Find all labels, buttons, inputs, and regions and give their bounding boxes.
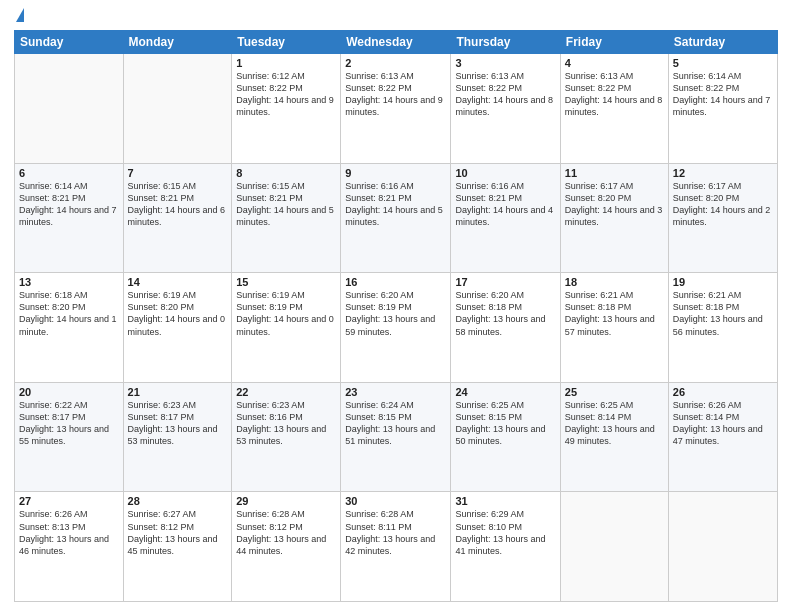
calendar-cell: 21Sunrise: 6:23 AM Sunset: 8:17 PM Dayli… — [123, 382, 232, 492]
day-content: Sunrise: 6:19 AM Sunset: 8:19 PM Dayligh… — [236, 289, 336, 338]
day-content: Sunrise: 6:22 AM Sunset: 8:17 PM Dayligh… — [19, 399, 119, 448]
day-content: Sunrise: 6:14 AM Sunset: 8:22 PM Dayligh… — [673, 70, 773, 119]
day-content: Sunrise: 6:25 AM Sunset: 8:14 PM Dayligh… — [565, 399, 664, 448]
day-number: 20 — [19, 386, 119, 398]
day-content: Sunrise: 6:23 AM Sunset: 8:16 PM Dayligh… — [236, 399, 336, 448]
day-content: Sunrise: 6:19 AM Sunset: 8:20 PM Dayligh… — [128, 289, 228, 338]
calendar-cell: 20Sunrise: 6:22 AM Sunset: 8:17 PM Dayli… — [15, 382, 124, 492]
day-number: 14 — [128, 276, 228, 288]
calendar-cell: 24Sunrise: 6:25 AM Sunset: 8:15 PM Dayli… — [451, 382, 560, 492]
day-number: 18 — [565, 276, 664, 288]
calendar-week-4: 20Sunrise: 6:22 AM Sunset: 8:17 PM Dayli… — [15, 382, 778, 492]
day-number: 22 — [236, 386, 336, 398]
calendar-cell — [15, 54, 124, 164]
day-content: Sunrise: 6:21 AM Sunset: 8:18 PM Dayligh… — [673, 289, 773, 338]
day-number: 7 — [128, 167, 228, 179]
day-content: Sunrise: 6:15 AM Sunset: 8:21 PM Dayligh… — [128, 180, 228, 229]
day-content: Sunrise: 6:17 AM Sunset: 8:20 PM Dayligh… — [565, 180, 664, 229]
day-number: 26 — [673, 386, 773, 398]
day-content: Sunrise: 6:26 AM Sunset: 8:13 PM Dayligh… — [19, 508, 119, 557]
day-number: 16 — [345, 276, 446, 288]
day-content: Sunrise: 6:13 AM Sunset: 8:22 PM Dayligh… — [565, 70, 664, 119]
day-content: Sunrise: 6:26 AM Sunset: 8:14 PM Dayligh… — [673, 399, 773, 448]
day-content: Sunrise: 6:15 AM Sunset: 8:21 PM Dayligh… — [236, 180, 336, 229]
calendar-cell: 14Sunrise: 6:19 AM Sunset: 8:20 PM Dayli… — [123, 273, 232, 383]
day-number: 10 — [455, 167, 555, 179]
day-number: 11 — [565, 167, 664, 179]
day-content: Sunrise: 6:21 AM Sunset: 8:18 PM Dayligh… — [565, 289, 664, 338]
day-number: 1 — [236, 57, 336, 69]
day-content: Sunrise: 6:16 AM Sunset: 8:21 PM Dayligh… — [455, 180, 555, 229]
day-number: 9 — [345, 167, 446, 179]
day-content: Sunrise: 6:20 AM Sunset: 8:18 PM Dayligh… — [455, 289, 555, 338]
day-number: 23 — [345, 386, 446, 398]
day-content: Sunrise: 6:24 AM Sunset: 8:15 PM Dayligh… — [345, 399, 446, 448]
weekday-header-monday: Monday — [123, 31, 232, 54]
calendar-cell: 10Sunrise: 6:16 AM Sunset: 8:21 PM Dayli… — [451, 163, 560, 273]
weekday-header-friday: Friday — [560, 31, 668, 54]
day-number: 17 — [455, 276, 555, 288]
day-content: Sunrise: 6:17 AM Sunset: 8:20 PM Dayligh… — [673, 180, 773, 229]
day-number: 5 — [673, 57, 773, 69]
day-content: Sunrise: 6:23 AM Sunset: 8:17 PM Dayligh… — [128, 399, 228, 448]
day-number: 30 — [345, 495, 446, 507]
day-content: Sunrise: 6:20 AM Sunset: 8:19 PM Dayligh… — [345, 289, 446, 338]
calendar-week-3: 13Sunrise: 6:18 AM Sunset: 8:20 PM Dayli… — [15, 273, 778, 383]
day-content: Sunrise: 6:13 AM Sunset: 8:22 PM Dayligh… — [345, 70, 446, 119]
calendar-cell: 3Sunrise: 6:13 AM Sunset: 8:22 PM Daylig… — [451, 54, 560, 164]
day-number: 6 — [19, 167, 119, 179]
day-number: 28 — [128, 495, 228, 507]
day-content: Sunrise: 6:18 AM Sunset: 8:20 PM Dayligh… — [19, 289, 119, 338]
logo — [14, 10, 24, 24]
calendar-cell — [560, 492, 668, 602]
calendar: SundayMondayTuesdayWednesdayThursdayFrid… — [14, 30, 778, 602]
calendar-cell: 13Sunrise: 6:18 AM Sunset: 8:20 PM Dayli… — [15, 273, 124, 383]
calendar-cell: 2Sunrise: 6:13 AM Sunset: 8:22 PM Daylig… — [341, 54, 451, 164]
calendar-cell: 9Sunrise: 6:16 AM Sunset: 8:21 PM Daylig… — [341, 163, 451, 273]
day-number: 2 — [345, 57, 446, 69]
day-number: 3 — [455, 57, 555, 69]
calendar-cell: 23Sunrise: 6:24 AM Sunset: 8:15 PM Dayli… — [341, 382, 451, 492]
weekday-header-wednesday: Wednesday — [341, 31, 451, 54]
day-content: Sunrise: 6:13 AM Sunset: 8:22 PM Dayligh… — [455, 70, 555, 119]
calendar-week-5: 27Sunrise: 6:26 AM Sunset: 8:13 PM Dayli… — [15, 492, 778, 602]
day-number: 21 — [128, 386, 228, 398]
day-content: Sunrise: 6:14 AM Sunset: 8:21 PM Dayligh… — [19, 180, 119, 229]
page: SundayMondayTuesdayWednesdayThursdayFrid… — [0, 0, 792, 612]
calendar-week-1: 1Sunrise: 6:12 AM Sunset: 8:22 PM Daylig… — [15, 54, 778, 164]
calendar-cell: 28Sunrise: 6:27 AM Sunset: 8:12 PM Dayli… — [123, 492, 232, 602]
weekday-header-thursday: Thursday — [451, 31, 560, 54]
day-number: 29 — [236, 495, 336, 507]
weekday-header-sunday: Sunday — [15, 31, 124, 54]
day-number: 27 — [19, 495, 119, 507]
calendar-cell: 1Sunrise: 6:12 AM Sunset: 8:22 PM Daylig… — [232, 54, 341, 164]
calendar-cell: 25Sunrise: 6:25 AM Sunset: 8:14 PM Dayli… — [560, 382, 668, 492]
day-content: Sunrise: 6:27 AM Sunset: 8:12 PM Dayligh… — [128, 508, 228, 557]
day-content: Sunrise: 6:16 AM Sunset: 8:21 PM Dayligh… — [345, 180, 446, 229]
weekday-header-tuesday: Tuesday — [232, 31, 341, 54]
day-content: Sunrise: 6:28 AM Sunset: 8:12 PM Dayligh… — [236, 508, 336, 557]
calendar-cell: 16Sunrise: 6:20 AM Sunset: 8:19 PM Dayli… — [341, 273, 451, 383]
calendar-cell — [668, 492, 777, 602]
header — [14, 10, 778, 24]
day-number: 12 — [673, 167, 773, 179]
day-content: Sunrise: 6:29 AM Sunset: 8:10 PM Dayligh… — [455, 508, 555, 557]
day-number: 24 — [455, 386, 555, 398]
logo-triangle-icon — [16, 8, 24, 22]
calendar-cell: 8Sunrise: 6:15 AM Sunset: 8:21 PM Daylig… — [232, 163, 341, 273]
day-number: 4 — [565, 57, 664, 69]
calendar-header-row: SundayMondayTuesdayWednesdayThursdayFrid… — [15, 31, 778, 54]
calendar-cell: 17Sunrise: 6:20 AM Sunset: 8:18 PM Dayli… — [451, 273, 560, 383]
calendar-cell: 30Sunrise: 6:28 AM Sunset: 8:11 PM Dayli… — [341, 492, 451, 602]
day-number: 13 — [19, 276, 119, 288]
day-number: 31 — [455, 495, 555, 507]
day-content: Sunrise: 6:28 AM Sunset: 8:11 PM Dayligh… — [345, 508, 446, 557]
calendar-cell: 27Sunrise: 6:26 AM Sunset: 8:13 PM Dayli… — [15, 492, 124, 602]
day-number: 19 — [673, 276, 773, 288]
calendar-week-2: 6Sunrise: 6:14 AM Sunset: 8:21 PM Daylig… — [15, 163, 778, 273]
calendar-cell: 12Sunrise: 6:17 AM Sunset: 8:20 PM Dayli… — [668, 163, 777, 273]
day-number: 8 — [236, 167, 336, 179]
day-content: Sunrise: 6:25 AM Sunset: 8:15 PM Dayligh… — [455, 399, 555, 448]
calendar-cell: 15Sunrise: 6:19 AM Sunset: 8:19 PM Dayli… — [232, 273, 341, 383]
day-number: 15 — [236, 276, 336, 288]
